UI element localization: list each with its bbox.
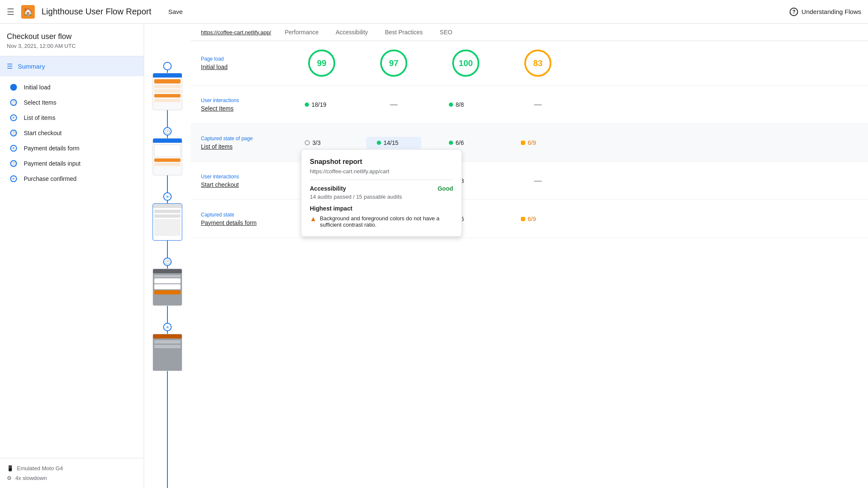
tooltip-impact-title: Highest impact — [310, 205, 453, 212]
content-area: https://coffee-cart.netlify.app/ Perform… — [191, 24, 868, 488]
row-type-label: User interactions — [201, 174, 286, 180]
badge-value: 6/6 — [456, 139, 464, 146]
dot-green — [305, 103, 309, 107]
score-seo: — — [510, 100, 565, 109]
score-seo: — — [510, 176, 565, 185]
badge-value: 3/3 — [312, 139, 320, 146]
badge-value: 8/8 — [456, 101, 464, 108]
row-info-select-items: User interactions Select Items — [201, 97, 286, 112]
row-initial-load: Page load Initial load 99 97 100 83 — [191, 41, 868, 86]
nav-item-list-of-items[interactable]: ✳ List of items — [0, 110, 144, 125]
timeline-node-5: ✳ — [163, 323, 172, 331]
sidebar-top: Checkout user flow Nov 3, 2021, 12:00 AM… — [0, 24, 144, 56]
row-name-link[interactable]: Initial load — [201, 64, 286, 70]
row-start-checkout: User interactions Start checkout — — 8/8 — [191, 162, 868, 200]
row-info-initial-load: Page load Initial load — [201, 56, 286, 70]
tooltip-impact-text: Background and foreground colors do not … — [320, 215, 453, 228]
thumbnail-2[interactable] — [153, 138, 182, 175]
timeline-node-3: ✳ — [163, 192, 172, 201]
row-info-list-of-items: Captured state of page List of items — [201, 136, 286, 150]
row-type-label: Captured state of page — [201, 136, 286, 141]
score-seo: 6/9 — [510, 139, 565, 146]
timeline-entry-2: 🕐 — [153, 127, 182, 175]
score-performance: 99 — [294, 50, 349, 77]
badge-6-9-seo-b: 6/9 — [521, 216, 555, 222]
score-circle-100: 100 — [452, 50, 479, 77]
dash-accessibility: — — [377, 100, 411, 109]
score-circle-97: 97 — [380, 50, 407, 77]
timeline-entry-5: ✳ — [153, 323, 182, 371]
understanding-flows-label: Understanding Flows — [801, 8, 861, 15]
sidebar-footer: 📱 Emulated Moto G4 ⚙ 4x slowdown — [0, 458, 144, 488]
row-name-link[interactable]: Select Items — [201, 105, 286, 112]
summary-label: Summary — [18, 63, 45, 70]
row-select-items: User interactions Select Items 18/19 — — [191, 86, 868, 124]
nav-dot-start-checkout: 🕐 — [10, 130, 17, 136]
row-name-link[interactable]: Payment details form — [201, 219, 286, 226]
nav-item-label: Start checkout — [24, 130, 62, 136]
nav-item-start-checkout[interactable]: 🕐 Start checkout — [0, 125, 144, 141]
nav-dot-initial-load — [10, 84, 17, 91]
dot-green — [449, 141, 453, 145]
site-url[interactable]: https://coffee-cart.netlify.app/ — [201, 29, 271, 36]
tooltip-description: 14 audits passed / 15 passable audits — [310, 194, 453, 200]
row-scores-select-items: 18/19 — 8/8 — — [294, 100, 858, 109]
score-best-practices: 6/6 — [438, 139, 493, 146]
menu-icon[interactable]: ☰ — [7, 7, 14, 17]
sidebar: Checkout user flow Nov 3, 2021, 12:00 AM… — [0, 24, 144, 488]
row-type-label: Captured state — [201, 212, 286, 218]
slowdown-label: 4x slowdown — [15, 475, 47, 481]
flow-title: Checkout user flow — [7, 32, 137, 41]
understanding-flows-link[interactable]: ? Understanding Flows — [790, 8, 861, 16]
slowdown-info: ⚙ 4x slowdown — [7, 475, 137, 481]
badge-14-15: 14/15 — [377, 139, 411, 146]
badge-value: 14/15 — [384, 139, 398, 146]
nav-item-payment-form[interactable]: ✳ Payment details form — [0, 141, 144, 156]
slowdown-icon: ⚙ — [7, 475, 12, 481]
dot-green — [449, 103, 453, 107]
nav-item-label: Select Items — [24, 99, 56, 106]
row-type-label: Page load — [201, 56, 286, 62]
main-content: 🕐 ✳ — [144, 24, 868, 488]
timeline-entry-4: 🕐 — [153, 258, 182, 306]
save-button[interactable]: Save — [168, 8, 183, 15]
tooltip-panel: Snapshot report https://coffee-cart.netl… — [301, 149, 462, 237]
timeline-node-4: 🕐 — [163, 258, 172, 266]
score-accessibility: — — [366, 100, 421, 109]
tooltip-status: Good — [437, 185, 453, 192]
thumbnail-1[interactable] — [153, 73, 182, 110]
main-layout: Checkout user flow Nov 3, 2021, 12:00 AM… — [0, 24, 868, 488]
nav-items-list: Initial load 🕐 Select Items ✳ List of it… — [0, 76, 144, 190]
row-name-link[interactable]: Start checkout — [201, 181, 286, 188]
row-name-link[interactable]: List of items — [201, 143, 286, 150]
nav-item-purchase-confirmed[interactable]: ✳ Purchase confirmed — [0, 171, 144, 186]
nav-item-payment-input[interactable]: 🕐 Payment details input — [0, 156, 144, 171]
score-seo: 6/9 — [510, 216, 565, 222]
tooltip-title: Snapshot report — [310, 158, 453, 166]
nav-item-label: Purchase confirmed — [24, 175, 77, 182]
dot-orange — [521, 217, 525, 221]
nav-item-select-items[interactable]: 🕐 Select Items — [0, 95, 144, 110]
dash-seo: — — [521, 100, 555, 109]
nav-dot-list-of-items: ✳ — [10, 114, 17, 121]
summary-nav-item[interactable]: ☰ Summary — [0, 56, 144, 76]
score-performance: 18/19 — [294, 101, 349, 108]
cat-performance: Performance — [285, 29, 319, 36]
badge-6-9-seo: 6/9 — [521, 139, 555, 146]
warning-icon: ▲ — [310, 215, 317, 223]
score-circle-99: 99 — [308, 50, 335, 77]
thumbnail-3[interactable] — [153, 203, 182, 241]
row-info-start-checkout: User interactions Start checkout — [201, 174, 286, 188]
timeline-entry-3: ✳ — [153, 192, 182, 241]
thumbnail-4[interactable] — [153, 269, 182, 306]
nav-dot-payment-form: ✳ — [10, 145, 17, 152]
tooltip-section-title: Accessibility Good — [310, 185, 453, 192]
tooltip-url[interactable]: https://coffee-cart.netlify.app/cart — [310, 168, 453, 175]
list-icon: ☰ — [7, 62, 13, 70]
score-accessibility: 97 — [366, 50, 421, 77]
badge-value: 6/9 — [528, 216, 536, 222]
dot-ring — [305, 140, 310, 145]
thumbnail-5[interactable] — [153, 334, 182, 371]
nav-item-initial-load[interactable]: Initial load — [0, 80, 144, 95]
row-scores-initial-load: 99 97 100 83 — [294, 50, 858, 77]
